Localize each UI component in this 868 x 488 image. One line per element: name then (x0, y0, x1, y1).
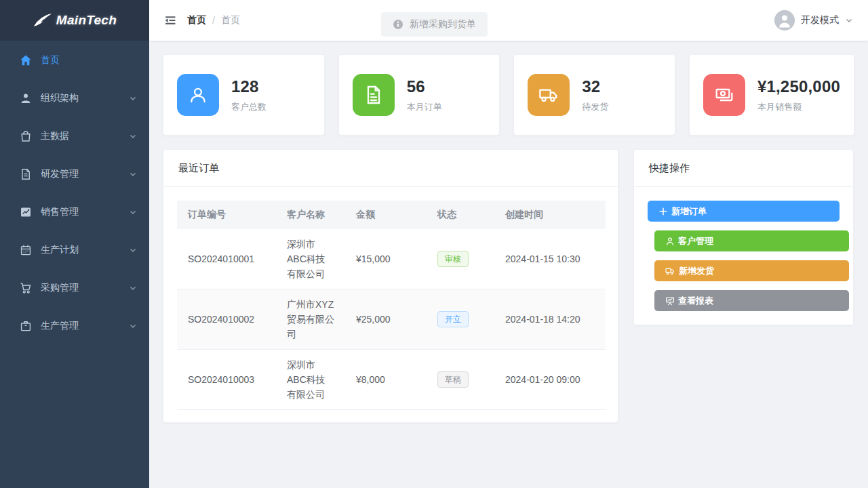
table-header-row: 订单编号 客户名称 金额 状态 创建时间 (177, 201, 606, 229)
cart-icon (20, 282, 32, 294)
quick-actions-card: 快捷操作 新增订单 客户管理 新增发货 (633, 149, 854, 325)
sidebar-item-rd[interactable]: 研发管理 (0, 155, 149, 193)
app-root: MainTech 首页 组织架构 (0, 0, 868, 488)
sidebar-item-purchasing[interactable]: 采购管理 (0, 269, 149, 307)
status-badge: 审核 (437, 251, 469, 267)
chevron-down-icon (845, 16, 853, 24)
view-reports-button[interactable]: 查看报表 (654, 290, 849, 311)
user-menu[interactable]: 开发模式 (774, 10, 853, 30)
user-icon (177, 74, 219, 116)
customer-cell: 深圳市ABC科技有限公司 (276, 350, 345, 410)
add-shipment-button[interactable]: 新增发货 (654, 260, 849, 281)
status-cell: 审核 (427, 229, 494, 289)
recent-orders-card: 最近订单 订单编号 客户名称 金额 状态 创建时间 (163, 149, 618, 423)
amount-cell: ¥25,000 (345, 289, 427, 350)
sidebar-item-home[interactable]: 首页 (0, 41, 149, 79)
truck-icon (665, 266, 675, 276)
page-content: 128 客户总数 56 本月订单 (149, 41, 868, 488)
chevron-down-icon (129, 170, 137, 178)
truck-icon (528, 74, 570, 116)
sidebar-collapse-icon[interactable] (159, 7, 182, 34)
sidebar-item-label: 采购管理 (41, 282, 120, 294)
stat-value: ¥1,250,000 (757, 77, 840, 96)
order-id-cell: SO2024010003 (177, 350, 276, 410)
sidebar-item-label: 组织架构 (41, 92, 120, 104)
sidebar-item-label: 主数据 (41, 130, 120, 142)
avatar (774, 10, 795, 30)
user-icon (20, 92, 32, 104)
created-cell: 2024-01-15 10:30 (494, 229, 606, 289)
brand-logo: MainTech (0, 0, 149, 41)
table-row: SO2024010001 深圳市ABC科技有限公司 ¥15,000 审核 202… (177, 229, 606, 289)
panels-row: 最近订单 订单编号 客户名称 金额 状态 创建时间 (163, 149, 854, 423)
sidebar-item-label: 研发管理 (41, 168, 120, 180)
package-icon (20, 320, 32, 332)
breadcrumb-root[interactable]: 首页 (187, 14, 206, 26)
chevron-down-icon (129, 94, 137, 102)
sidebar-item-label: 生产管理 (41, 320, 120, 332)
orders-table: 订单编号 客户名称 金额 状态 创建时间 SO2024010001 (177, 201, 606, 410)
user-mode-label: 开发模式 (801, 14, 839, 26)
sidebar-nav: 首页 组织架构 主数据 (0, 41, 149, 345)
calendar-icon (20, 244, 32, 256)
stat-card-customers: 128 客户总数 (163, 54, 325, 136)
sidebar-item-sales[interactable]: 销售管理 (0, 193, 149, 231)
sidebar: MainTech 首页 组织架构 (0, 0, 149, 488)
stat-label: 本月订单 (407, 101, 442, 113)
money-icon (703, 74, 745, 116)
created-cell: 2024-01-20 09:00 (494, 350, 606, 410)
status-badge: 开立 (437, 311, 469, 327)
chart-icon (20, 206, 32, 218)
bag-icon (20, 130, 32, 142)
chevron-down-icon (129, 132, 137, 140)
sidebar-item-org[interactable]: 组织架构 (0, 79, 149, 117)
orders-table-wrap: 订单编号 客户名称 金额 状态 创建时间 SO2024010001 (163, 187, 618, 422)
stat-value: 56 (407, 77, 442, 96)
main-area: 首页 / 首页 新增采购到货单 开发模式 (149, 0, 868, 488)
amount-cell: ¥8,000 (345, 350, 427, 410)
sidebar-item-production-plan[interactable]: 生产计划 (0, 231, 149, 269)
created-cell: 2024-01-18 14:20 (494, 289, 606, 350)
col-order-id: 订单编号 (177, 201, 276, 229)
add-purchase-receipt-label: 新增采购到货单 (410, 18, 476, 30)
status-cell: 草稿 (427, 350, 494, 410)
quick-actions-body: 新增订单 客户管理 新增发货 查看报表 (634, 187, 853, 325)
stat-texts: 32 待发货 (582, 77, 608, 113)
quick-button-label: 客户管理 (678, 235, 713, 247)
plus-icon (658, 207, 668, 216)
customer-cell: 深圳市ABC科技有限公司 (276, 229, 345, 289)
chevron-down-icon (129, 322, 137, 330)
breadcrumb: 首页 / 首页 (187, 14, 240, 26)
table-row: SO2024010002 广州市XYZ贸易有限公司 ¥25,000 开立 202… (177, 289, 606, 350)
chevron-down-icon (129, 246, 137, 254)
add-purchase-receipt-button[interactable]: 新增采购到货单 (381, 12, 488, 37)
amount-cell: ¥15,000 (345, 229, 427, 289)
swoosh-logo-icon (33, 12, 53, 29)
sidebar-item-master-data[interactable]: 主数据 (0, 117, 149, 155)
col-amount: 金额 (345, 201, 427, 229)
home-icon (20, 54, 32, 66)
quick-actions-title: 快捷操作 (634, 150, 853, 187)
top-header: 首页 / 首页 新增采购到货单 开发模式 (149, 0, 868, 41)
customer-management-button[interactable]: 客户管理 (654, 230, 849, 251)
stat-texts: 128 客户总数 (231, 77, 267, 113)
customer-cell: 广州市XYZ贸易有限公司 (276, 289, 345, 350)
sidebar-item-label: 销售管理 (41, 206, 120, 218)
stat-texts: 56 本月订单 (407, 77, 442, 113)
order-id-cell: SO2024010002 (177, 289, 276, 350)
stat-card-orders: 56 本月订单 (338, 54, 500, 136)
col-created: 创建时间 (494, 201, 606, 229)
quick-button-label: 新增订单 (671, 205, 707, 218)
stat-label: 本月销售额 (757, 101, 840, 113)
col-status: 状态 (427, 201, 494, 229)
stat-value: 128 (231, 77, 267, 96)
col-customer: 客户名称 (276, 201, 345, 229)
recent-orders-title: 最近订单 (163, 150, 618, 187)
add-order-button[interactable]: 新增订单 (648, 201, 840, 222)
status-cell: 开立 (427, 289, 494, 350)
quick-button-label: 查看报表 (678, 295, 713, 307)
sidebar-item-manufacturing[interactable]: 生产管理 (0, 307, 149, 345)
sidebar-item-label: 生产计划 (41, 244, 120, 256)
stat-label: 待发货 (582, 101, 608, 113)
table-row: SO2024010003 深圳市ABC科技有限公司 ¥8,000 草稿 2024… (177, 350, 606, 410)
